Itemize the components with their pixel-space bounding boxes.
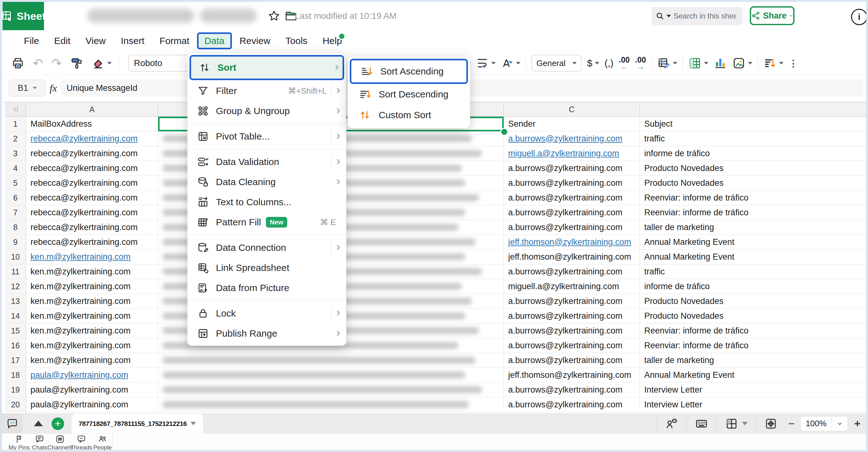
data-menu-item-group-ungroup[interactable]: Group & Ungroup› <box>188 101 346 121</box>
email-link[interactable]: jeff.thomson@zylkertraining.com <box>508 237 631 247</box>
sheet-logo[interactable]: Sheet <box>2 2 44 30</box>
cell-b17[interactable] <box>158 353 504 368</box>
menu-edit[interactable]: Edit <box>46 32 78 49</box>
row-number[interactable]: 11 <box>5 264 26 279</box>
cell-c16[interactable]: a.burrows@zylkertraining.com <box>504 338 640 353</box>
cell-d2[interactable]: traffic <box>640 131 866 146</box>
submenu-item-sort-descending[interactable]: Sort Descending <box>348 84 470 105</box>
cell-d12[interactable]: informe de tráfico <box>640 279 866 294</box>
cell-d4[interactable]: Producto Novedades <box>640 161 866 176</box>
cell-c11[interactable]: a.burrows@zylkertraining.com <box>504 264 640 279</box>
erase-button[interactable] <box>91 57 112 70</box>
cell-a6[interactable]: rebecca@zylkertraining.com <box>26 190 158 205</box>
cell-a20[interactable]: paula@zylkertraining.com <box>26 397 158 412</box>
cell-d7[interactable]: Reenviar: informe de tráfico <box>640 205 866 220</box>
row-number[interactable]: 16 <box>5 338 26 353</box>
row-number[interactable]: 2 <box>5 131 26 146</box>
data-menu-item-lock[interactable]: Lock› <box>188 303 346 324</box>
cell-c18[interactable]: jeff.thomson@zylkertraining.com <box>504 368 640 383</box>
row-number[interactable]: 9 <box>5 235 26 249</box>
cell-a17[interactable]: ken.m@zylkertraining.com <box>26 353 158 368</box>
insert-image-caret-icon[interactable] <box>748 62 752 64</box>
cell-d10[interactable]: Annual Marketing Event <box>640 249 866 264</box>
data-menu-item-data-validation[interactable]: Data Validation› <box>188 152 346 172</box>
print-button[interactable] <box>11 57 25 70</box>
email-link[interactable]: miguell.a@zylkertraining.com <box>508 149 619 158</box>
info-icon[interactable]: i <box>851 9 866 25</box>
insert-image-button[interactable] <box>732 57 752 70</box>
data-menu-item-data-from-picture[interactable]: Data from Picture <box>188 278 346 298</box>
text-rotation-button[interactable] <box>501 57 520 69</box>
cell-b20[interactable] <box>158 397 504 412</box>
active-sheet-tab[interactable]: 787718267_787811155_17521212216 <box>72 414 203 433</box>
email-link[interactable]: rebecca@zylkertraining.com <box>30 134 138 144</box>
insert-table-button[interactable] <box>688 57 708 70</box>
row-number[interactable]: 15 <box>5 324 26 338</box>
cell-c7[interactable]: a.burrows@zylkertraining.com <box>504 205 640 220</box>
email-link[interactable]: ken.m@zylkertraining.com <box>30 252 131 262</box>
cell-d13[interactable]: Producto Novedades <box>640 294 866 309</box>
cell-c2[interactable]: a.burrows@zylkertraining.com <box>504 131 640 146</box>
menu-tools[interactable]: Tools <box>278 32 315 49</box>
freeze-panes-button[interactable] <box>725 417 748 430</box>
currency-caret-icon[interactable] <box>595 62 599 64</box>
menu-format[interactable]: Format <box>152 32 197 49</box>
text-rotation-caret-icon[interactable] <box>516 62 520 64</box>
cell-a19[interactable]: paula@zylkertraining.com <box>26 383 158 397</box>
row-number[interactable]: 12 <box>5 279 26 294</box>
cell-a18[interactable]: paula@zylkertraining.com <box>26 368 158 383</box>
sheet-tab-caret-icon[interactable] <box>190 422 196 425</box>
row-number[interactable]: 7 <box>5 205 26 220</box>
add-sheet-button[interactable]: + <box>52 417 64 430</box>
undo-button[interactable]: ↶ <box>33 57 43 69</box>
fit-to-screen-button[interactable] <box>764 417 777 430</box>
row-number[interactable]: 13 <box>5 294 26 309</box>
cell-c17[interactable]: a.burrows@zylkertraining.com <box>504 353 640 368</box>
decrease-decimal-button[interactable]: .00← <box>619 56 630 70</box>
row-number[interactable]: 18 <box>5 368 26 383</box>
select-all-corner[interactable] <box>5 103 26 116</box>
insert-chart-button[interactable] <box>714 57 727 70</box>
document-title-redacted[interactable] <box>87 9 194 23</box>
spreadsheet-grid[interactable]: ABC1MailBoxAddressSenderSubject2rebecca@… <box>5 102 866 412</box>
wrap-text-caret-icon[interactable] <box>491 62 496 64</box>
zoom-out-button[interactable]: − <box>788 417 795 430</box>
comma-format-button[interactable]: (,) <box>604 58 614 68</box>
column-header-d[interactable] <box>640 103 866 116</box>
data-menu-item-data-cleaning[interactable]: Data Cleaning› <box>188 172 346 192</box>
cell-a16[interactable]: ken.m@zylkertraining.com <box>26 338 158 353</box>
cell-c15[interactable]: a.burrows@zylkertraining.com <box>504 324 640 338</box>
cell-b19[interactable] <box>158 383 504 397</box>
row-number[interactable]: 20 <box>5 397 26 412</box>
more-tools-button[interactable]: ⋮ <box>789 58 798 69</box>
zoom-in-button[interactable]: + <box>854 417 861 430</box>
data-menu-item-pattern-fill[interactable]: Pattern FillNew⌘ E <box>188 212 346 232</box>
favorite-star-icon[interactable] <box>268 9 281 23</box>
data-menu-item-filter[interactable]: Filter⌘+Shift+L› <box>188 81 346 101</box>
cell-c5[interactable]: a.burrows@zylkertraining.com <box>504 176 640 190</box>
data-menu-item-text-to-columns[interactable]: Text to Columns... <box>188 192 346 212</box>
share-button[interactable]: Share <box>750 6 795 25</box>
cell-a2[interactable]: rebecca@zylkertraining.com <box>26 131 158 146</box>
menu-data[interactable]: Data <box>197 32 232 49</box>
increase-decimal-button[interactable]: .00→ <box>635 56 646 70</box>
row-number[interactable]: 5 <box>5 176 26 190</box>
cell-c9[interactable]: jeff.thomson@zylkertraining.com <box>504 235 640 249</box>
cell-c14[interactable]: a.burrows@zylkertraining.com <box>504 309 640 324</box>
cell-a4[interactable]: rebecca@zylkertraining.com <box>26 161 158 176</box>
row-number[interactable]: 3 <box>5 146 26 161</box>
cell-a5[interactable]: rebecca@zylkertraining.com <box>26 176 158 190</box>
cell-c19[interactable]: a.burrows@zylkertraining.com <box>504 383 640 397</box>
cell-c10[interactable]: jeff.thomson@zylkertraining.com <box>504 249 640 264</box>
cell-d5[interactable]: Producto Novedades <box>640 176 866 190</box>
cell-a3[interactable]: rebecca@zylkertraining.com <box>26 146 158 161</box>
cell-c3[interactable]: miguell.a@zylkertraining.com <box>504 146 640 161</box>
cell-d17[interactable]: taller de marketing <box>640 353 866 368</box>
row-number[interactable]: 10 <box>5 249 26 264</box>
data-menu-item-data-connection[interactable]: Data Connection› <box>188 238 346 258</box>
cell-a13[interactable]: ken.m@zylkertraining.com <box>26 294 158 309</box>
cell-a14[interactable]: ken.m@zylkertraining.com <box>26 309 158 324</box>
cell-c1[interactable]: Sender <box>504 117 640 131</box>
cell-d15[interactable]: Reenviar: informe de tráfico <box>640 324 866 338</box>
cell-d3[interactable]: informe de tráfico <box>640 146 866 161</box>
